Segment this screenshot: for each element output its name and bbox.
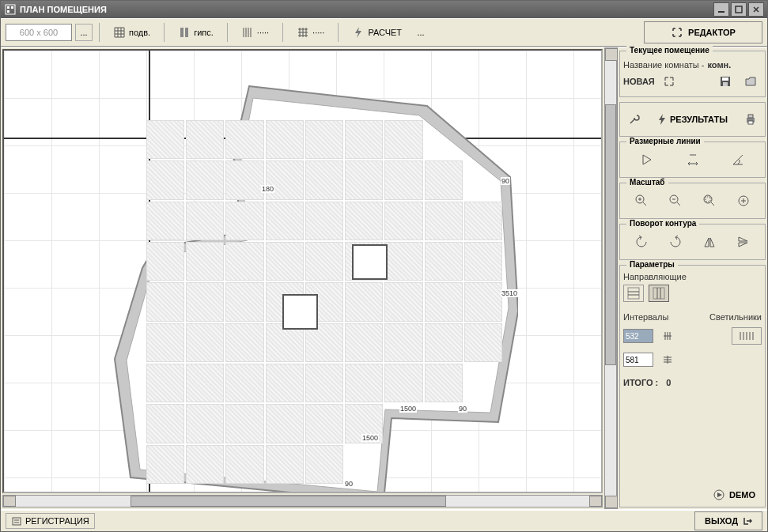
zoom-out-button[interactable] <box>664 191 687 210</box>
room-name-value: комн. <box>707 60 731 70</box>
calc-label: РАСЧЕТ <box>368 28 402 37</box>
dim-angle-button[interactable] <box>727 150 749 169</box>
minimize-button[interactable] <box>713 2 729 17</box>
vscroll-thumb[interactable] <box>605 104 616 365</box>
opening-1 <box>352 244 388 280</box>
opening-2 <box>282 294 318 330</box>
lightning-icon <box>657 114 667 125</box>
interval-y-input[interactable] <box>623 353 653 367</box>
hscroll-thumb[interactable] <box>131 496 446 507</box>
svg-rect-21 <box>628 288 639 299</box>
crosshatch-icon <box>297 26 309 39</box>
results-bar: РЕЗУЛЬТАТЫ <box>619 102 766 137</box>
svg-rect-4 <box>718 11 724 13</box>
scroll-down-button[interactable] <box>605 496 618 508</box>
toolbar: ... подв. гипс. ····· ····· РАСЧЕТ ... <box>1 18 767 47</box>
dim-90c: 90 <box>344 480 354 488</box>
svg-rect-12 <box>723 82 728 86</box>
svg-rect-19 <box>706 197 710 202</box>
zoom-in-button[interactable] <box>630 191 653 210</box>
demo-label: DEMO <box>729 490 755 500</box>
registration-icon <box>11 515 22 526</box>
new-room-button[interactable] <box>658 72 680 91</box>
registration-label: РЕГИСТРАЦИЯ <box>25 516 89 526</box>
svg-rect-6 <box>180 28 183 37</box>
save-button[interactable] <box>714 72 736 91</box>
tools-button[interactable] <box>623 110 645 129</box>
total-value: 0 <box>666 378 671 387</box>
open-button[interactable] <box>740 72 762 91</box>
room-shape: 180 90 3510 90 1500 1500 90 <box>107 82 518 493</box>
hatch1-button[interactable]: ····· <box>234 22 276 43</box>
dim-3510: 3510 <box>501 289 518 297</box>
dim-1500a: 1500 <box>399 405 417 413</box>
floorplan-canvas[interactable]: 180 90 3510 90 1500 1500 90 <box>2 49 603 493</box>
tile-size-input[interactable] <box>6 24 72 41</box>
side-panel: Текущее помещение Название комнаты - ком… <box>617 47 767 509</box>
size-more-button[interactable]: ... <box>75 24 93 41</box>
scale-panel: Масштаб <box>619 183 766 219</box>
ceiling-label: подв. <box>129 28 150 37</box>
current-room-title: Текущее помещение <box>626 46 713 55</box>
print-button[interactable] <box>740 110 762 129</box>
svg-rect-2 <box>11 6 13 9</box>
hatch1-label: ····· <box>257 28 269 37</box>
zoom-fit-button[interactable] <box>732 191 755 210</box>
dim-90b: 90 <box>458 405 467 413</box>
total-label: ИТОГО : <box>623 378 658 387</box>
vscrollbar[interactable] <box>604 47 617 509</box>
scroll-left-button[interactable] <box>3 496 16 507</box>
titlebar: ПЛАН ПОМЕЩЕНИЯ <box>1 1 767 18</box>
scale-title: Масштаб <box>626 178 668 187</box>
scroll-right-button[interactable] <box>589 496 602 507</box>
svg-rect-14 <box>748 115 753 118</box>
flip-h-button[interactable] <box>698 232 721 251</box>
column-icon <box>178 26 191 39</box>
calc-more-button[interactable]: ... <box>412 24 429 41</box>
results-label: РЕЗУЛЬТАТЫ <box>670 115 728 124</box>
interval-y-handle[interactable] <box>656 350 679 369</box>
dim-arrow-button[interactable] <box>637 150 659 169</box>
svg-rect-1 <box>7 6 9 9</box>
guide-vertical-button[interactable] <box>649 285 669 302</box>
grid-icon <box>113 26 126 39</box>
params-title: Параметры <box>626 260 678 269</box>
params-panel: Параметры Направляющие Интервалы Светиль… <box>619 265 766 507</box>
svg-rect-11 <box>722 77 728 81</box>
close-button[interactable] <box>748 2 764 17</box>
statusbar: РЕГИСТРАЦИЯ ВЫХОД <box>1 509 767 531</box>
editor-button[interactable]: РЕДАКТОР <box>644 21 762 43</box>
maximize-button[interactable] <box>731 2 747 17</box>
new-room-label: НОВАЯ <box>623 77 655 86</box>
dim-180: 180 <box>261 185 274 193</box>
guide-horizontal-button[interactable] <box>623 285 644 302</box>
svg-rect-3 <box>7 10 9 13</box>
zoom-window-button[interactable] <box>698 191 721 210</box>
scroll-up-button[interactable] <box>605 48 618 61</box>
intervals-label: Интервалы <box>623 312 668 322</box>
hatch2-label: ····· <box>312 28 324 37</box>
svg-rect-24 <box>13 518 21 525</box>
calc-button[interactable]: РАСЧЕТ <box>345 22 409 43</box>
exit-icon <box>743 516 752 526</box>
gips-button[interactable]: гипс. <box>171 22 221 43</box>
room-name-label: Название комнаты - <box>623 60 704 70</box>
hatch2-button[interactable]: ····· <box>289 22 331 43</box>
rotate-cw-button[interactable] <box>664 232 687 251</box>
app-icon <box>4 3 17 16</box>
svg-rect-7 <box>185 28 188 37</box>
interval-x-handle[interactable] <box>656 326 679 345</box>
lightning-icon <box>352 26 365 39</box>
exit-button[interactable]: ВЫХОД <box>694 511 762 530</box>
dim-horiz-button[interactable] <box>682 150 704 169</box>
registration-button[interactable]: РЕГИСТРАЦИЯ <box>6 513 95 529</box>
window-title: ПЛАН ПОМЕЩЕНИЯ <box>20 5 107 14</box>
rotate-ccw-button[interactable] <box>630 232 653 251</box>
hscrollbar[interactable] <box>2 495 603 507</box>
interval-x-input[interactable] <box>623 329 653 343</box>
flip-v-button[interactable] <box>732 232 755 251</box>
ceiling-type-button[interactable]: подв. <box>106 22 157 43</box>
exit-label: ВЫХОД <box>705 516 738 526</box>
lights-pattern-button[interactable] <box>732 327 762 345</box>
demo-button[interactable]: DEMO <box>623 486 762 504</box>
